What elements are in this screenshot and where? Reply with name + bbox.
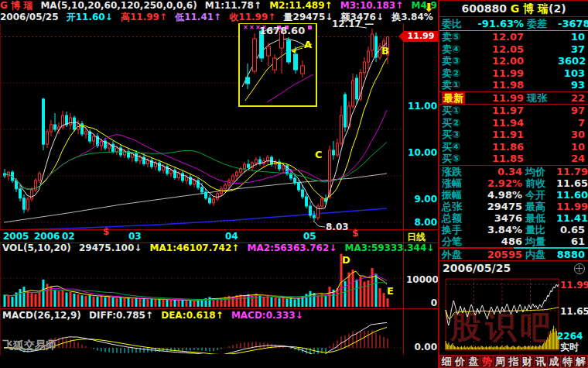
ask-row-3[interactable]: 卖③12.003602: [439, 55, 588, 67]
bid-label: 买①: [442, 105, 474, 117]
ask-label: 卖⑤: [442, 31, 474, 43]
ask-qty: 103: [558, 67, 585, 80]
main-kline-panel[interactable]: ×××× 11.00 10.00 9.00 8.00 12.17 — 8.03 …: [0, 23, 439, 229]
ma2-value: M2:11.489↑: [269, 0, 332, 11]
compass-icon: [574, 263, 585, 274]
outer-label: 外盘: [442, 249, 474, 260]
tab-xi[interactable]: 细: [439, 355, 453, 368]
tab-te[interactable]: 特: [560, 355, 573, 368]
stock-title-name: G 博 瑞: [507, 2, 549, 15]
close-value: 收11.99↑: [229, 12, 275, 22]
x-axis-label: 04: [225, 231, 238, 242]
tab-cai[interactable]: 财: [520, 355, 533, 368]
stats-row: 换手3.84%量比0.65: [439, 224, 588, 236]
mark-d: D: [342, 254, 350, 266]
candlestick-chart-svg[interactable]: ××××: [1, 23, 404, 229]
stock-code: 600880: [461, 2, 506, 15]
bid-row-2[interactable]: 买②11.947: [439, 117, 588, 129]
bid-row-4[interactable]: 买④11.8610: [439, 141, 588, 153]
x-axis-label: 03: [128, 231, 142, 242]
vol-current: 29475.100↓: [79, 242, 142, 253]
bid-row-5[interactable]: 买⑤11.8524: [439, 153, 588, 165]
y-axis-label: 11.00: [406, 101, 437, 112]
trading-terminal: { "header": { "line1": {"stock":"G 博 瑞",…: [0, 0, 588, 368]
latest-row: 最新 11.99 现张 22: [439, 92, 588, 105]
ask-price: 11.99: [474, 67, 524, 80]
macd-value: MACD:0.333↓: [231, 310, 303, 321]
tab-xun[interactable]: 讯: [534, 355, 547, 368]
inset-value-label: 1678.60: [259, 25, 305, 36]
stats-row: 振幅4.98%今开11.60: [439, 189, 588, 201]
ask-row-2[interactable]: 卖②11.99103: [439, 67, 588, 80]
app-watermark: 飞狐交易师: [2, 339, 56, 353]
macd-panel[interactable]: 飞狐交易师 MACD(26,12,9) DIFF:0.785↑ DEA:0.61…: [0, 308, 439, 356]
axis-divider-line: [403, 23, 404, 355]
ask-row-4[interactable]: 卖④12.0537: [439, 43, 588, 56]
x-axis-label: 02: [62, 231, 75, 242]
ask-qty: 93: [558, 79, 585, 91]
bid-price: 11.85: [474, 153, 524, 165]
mark-e: E: [387, 285, 394, 297]
vol-ma2: MA2:56363.762↓: [248, 242, 337, 253]
y-axis-label: 10.00: [406, 147, 437, 158]
ask-qty: 3602: [558, 55, 586, 67]
realtime-label: 实时: [560, 341, 579, 354]
outer-value: 20595: [474, 249, 522, 260]
peak-annotation: 12.17 —: [332, 19, 374, 29]
bid-label: 买③: [442, 129, 474, 141]
tab-zhou[interactable]: 周: [493, 355, 506, 368]
vol-axis-label: 100000: [406, 274, 437, 285]
intraday-chart-area[interactable]: 股识吧 11.99 11.65 2264 实时: [439, 275, 588, 355]
inner-value: 8880: [556, 249, 585, 260]
stock-title-suffix: (2): [549, 2, 566, 15]
volume-panel[interactable]: VOL(5,10,20) 29475.100↓ MA1:46107.742↑ M…: [0, 242, 439, 308]
x-axis-label: 2006: [34, 231, 60, 242]
intraday-prevclose-label: 11.65: [560, 306, 588, 317]
current-price-tag: 11.99: [404, 31, 438, 42]
tab-shi[interactable]: 势: [480, 355, 493, 368]
macd-dea: DEA:0.618↑: [161, 310, 223, 321]
volume-value: 量29475↓: [284, 12, 333, 22]
mark-c: C: [315, 149, 323, 160]
ask-row-5[interactable]: 卖⑤12.0710: [439, 31, 588, 43]
bid-row-3[interactable]: 买③11.9130: [439, 129, 588, 141]
bid-qty: 10: [558, 141, 585, 153]
tab-jia[interactable]: 价: [453, 355, 466, 368]
tab-cheng[interactable]: 成: [547, 355, 560, 368]
tab-pan[interactable]: 盘: [467, 355, 480, 368]
inner-label: 内盘: [522, 249, 556, 260]
outer-inner-row: 外盘20595内盘8880: [439, 249, 588, 260]
bottom-strip: [0, 356, 438, 368]
ask-price: 12.05: [474, 43, 524, 56]
macd-params: MACD(26,12,9): [2, 310, 81, 321]
bid-row-1[interactable]: 买①11.9797: [439, 105, 588, 117]
ma1-value: M1:11.78↑: [205, 0, 262, 11]
tab-zhi[interactable]: 指: [507, 355, 520, 368]
ask-label: 卖④: [442, 43, 474, 56]
bid-qty: 7: [558, 117, 585, 129]
bottom-tab-bar: 细 价 盘 势 周 指 财 讯 成 特 解: [439, 355, 588, 368]
ask-qty: 37: [558, 43, 585, 56]
now-label: 现张: [524, 92, 558, 105]
now-value: 22: [558, 92, 585, 105]
mark-b: B: [381, 45, 389, 57]
bid-qty: 24: [558, 153, 585, 165]
bid-price: 11.86: [474, 141, 524, 153]
intraday-date: 2006/05/25: [443, 262, 511, 274]
ask-row-1[interactable]: 卖①11.9893: [439, 79, 588, 91]
weibi-label: 委比: [442, 17, 474, 30]
intraday-date-row: 2006/05/25: [439, 260, 588, 275]
quote-panel: 600880 G 博 瑞(2) 委比 -91.63% 委差 -3678 卖⑤12…: [438, 0, 588, 368]
low-annotation: 8.03: [326, 222, 349, 232]
svg-text:×: ×: [249, 24, 255, 31]
latest-price: 11.99: [474, 92, 524, 105]
indicator-bar-ma: G 博 瑞 MA(5,10,20,60,120,250,0,0,6) M1:11…: [0, 0, 438, 12]
ask-price: 12.00: [474, 55, 524, 67]
weicha-value: -3678: [558, 17, 588, 30]
vol-ma1: MA1:46107.742↑: [150, 242, 240, 253]
ex-rights-marker: $: [103, 226, 109, 237]
bid-label: 买④: [442, 141, 474, 153]
tab-jie[interactable]: 解: [574, 355, 588, 368]
bid-qty: 30: [558, 129, 585, 141]
macd-diff: DIFF:0.785↑: [89, 310, 153, 321]
